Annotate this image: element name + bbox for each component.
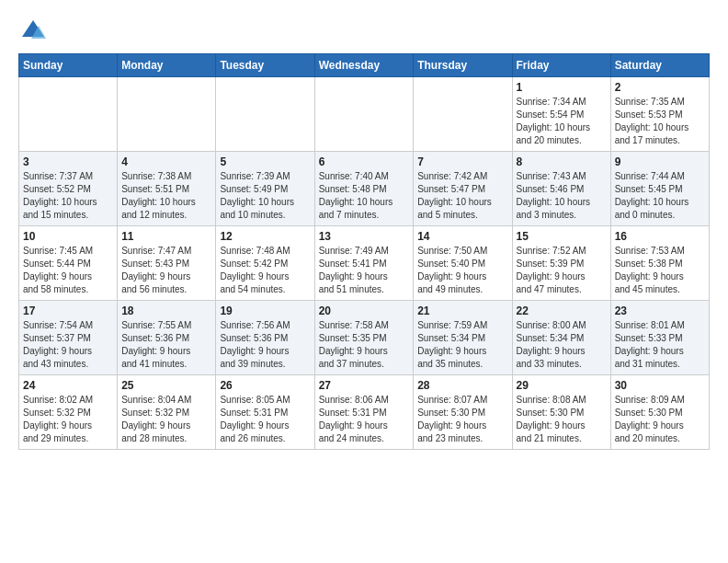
- day-of-week-monday: Monday: [118, 54, 216, 77]
- day-number: 9: [615, 155, 705, 168]
- calendar-cell: 3Sunrise: 7:37 AM Sunset: 5:52 PM Daylig…: [19, 152, 118, 226]
- calendar-cell: 17Sunrise: 7:54 AM Sunset: 5:37 PM Dayli…: [19, 301, 118, 375]
- day-number: 24: [23, 379, 113, 392]
- day-number: 6: [319, 155, 410, 168]
- day-info: Sunrise: 7:48 AM Sunset: 5:42 PM Dayligh…: [220, 245, 310, 296]
- day-number: 21: [417, 304, 507, 317]
- day-info: Sunrise: 7:59 AM Sunset: 5:34 PM Dayligh…: [417, 319, 507, 371]
- calendar-cell: 27Sunrise: 8:06 AM Sunset: 5:31 PM Dayli…: [314, 375, 414, 450]
- day-info: Sunrise: 8:06 AM Sunset: 5:31 PM Dayligh…: [319, 394, 410, 445]
- calendar-cell: 15Sunrise: 7:52 AM Sunset: 5:39 PM Dayli…: [512, 226, 610, 301]
- calendar-cell: [314, 77, 414, 152]
- header: [18, 18, 710, 44]
- page: SundayMondayTuesdayWednesdayThursdayFrid…: [0, 0, 728, 459]
- week-row-2: 3Sunrise: 7:37 AM Sunset: 5:52 PM Daylig…: [19, 152, 710, 226]
- day-info: Sunrise: 7:35 AM Sunset: 5:53 PM Dayligh…: [615, 96, 705, 147]
- day-number: 2: [615, 81, 705, 94]
- day-number: 26: [220, 379, 310, 392]
- calendar-cell: 24Sunrise: 8:02 AM Sunset: 5:32 PM Dayli…: [19, 375, 118, 450]
- day-number: 12: [220, 230, 310, 243]
- calendar-cell: 11Sunrise: 7:47 AM Sunset: 5:43 PM Dayli…: [118, 226, 216, 301]
- calendar-cell: 22Sunrise: 8:00 AM Sunset: 5:34 PM Dayli…: [512, 301, 610, 375]
- calendar-cell: 6Sunrise: 7:40 AM Sunset: 5:48 PM Daylig…: [314, 152, 414, 226]
- day-number: 19: [220, 304, 310, 317]
- day-info: Sunrise: 8:07 AM Sunset: 5:30 PM Dayligh…: [417, 394, 507, 445]
- calendar-cell: [118, 77, 216, 152]
- week-row-1: 1Sunrise: 7:34 AM Sunset: 5:54 PM Daylig…: [19, 77, 710, 152]
- calendar-cell: 21Sunrise: 7:59 AM Sunset: 5:34 PM Dayli…: [414, 301, 512, 375]
- day-info: Sunrise: 7:43 AM Sunset: 5:46 PM Dayligh…: [517, 170, 607, 222]
- day-of-week-wednesday: Wednesday: [314, 54, 414, 77]
- day-number: 20: [319, 304, 410, 317]
- logo-icon: [20, 18, 46, 44]
- day-number: 14: [417, 230, 507, 243]
- calendar-cell: 4Sunrise: 7:38 AM Sunset: 5:51 PM Daylig…: [118, 152, 216, 226]
- day-info: Sunrise: 7:50 AM Sunset: 5:40 PM Dayligh…: [417, 245, 507, 296]
- calendar-cell: 9Sunrise: 7:44 AM Sunset: 5:45 PM Daylig…: [610, 152, 709, 226]
- day-number: 11: [121, 230, 211, 243]
- day-info: Sunrise: 8:04 AM Sunset: 5:32 PM Dayligh…: [121, 394, 211, 445]
- calendar-cell: 2Sunrise: 7:35 AM Sunset: 5:53 PM Daylig…: [610, 77, 709, 152]
- calendar-cell: 20Sunrise: 7:58 AM Sunset: 5:35 PM Dayli…: [314, 301, 414, 375]
- day-info: Sunrise: 7:56 AM Sunset: 5:36 PM Dayligh…: [220, 319, 310, 371]
- day-number: 29: [517, 379, 607, 392]
- day-info: Sunrise: 7:39 AM Sunset: 5:49 PM Dayligh…: [220, 170, 310, 222]
- day-number: 28: [417, 379, 507, 392]
- day-number: 4: [121, 155, 211, 168]
- calendar-cell: 10Sunrise: 7:45 AM Sunset: 5:44 PM Dayli…: [19, 226, 118, 301]
- day-info: Sunrise: 7:55 AM Sunset: 5:36 PM Dayligh…: [121, 319, 211, 371]
- calendar-cell: [216, 77, 314, 152]
- calendar-cell: 23Sunrise: 8:01 AM Sunset: 5:33 PM Dayli…: [610, 301, 709, 375]
- day-info: Sunrise: 8:08 AM Sunset: 5:30 PM Dayligh…: [517, 394, 607, 445]
- day-info: Sunrise: 7:42 AM Sunset: 5:47 PM Dayligh…: [417, 170, 507, 222]
- logo: [18, 18, 46, 44]
- day-info: Sunrise: 7:44 AM Sunset: 5:45 PM Dayligh…: [615, 170, 705, 222]
- calendar-cell: 26Sunrise: 8:05 AM Sunset: 5:31 PM Dayli…: [216, 375, 314, 450]
- day-of-week-thursday: Thursday: [414, 54, 512, 77]
- week-row-4: 17Sunrise: 7:54 AM Sunset: 5:37 PM Dayli…: [19, 301, 710, 375]
- calendar-cell: 28Sunrise: 8:07 AM Sunset: 5:30 PM Dayli…: [414, 375, 512, 450]
- day-info: Sunrise: 7:45 AM Sunset: 5:44 PM Dayligh…: [23, 245, 113, 296]
- day-number: 17: [23, 304, 113, 317]
- day-info: Sunrise: 7:54 AM Sunset: 5:37 PM Dayligh…: [23, 319, 113, 371]
- calendar-body: 1Sunrise: 7:34 AM Sunset: 5:54 PM Daylig…: [19, 77, 710, 450]
- calendar-cell: 29Sunrise: 8:08 AM Sunset: 5:30 PM Dayli…: [512, 375, 610, 450]
- calendar-cell: 16Sunrise: 7:53 AM Sunset: 5:38 PM Dayli…: [610, 226, 709, 301]
- day-number: 1: [517, 81, 607, 94]
- calendar-cell: 8Sunrise: 7:43 AM Sunset: 5:46 PM Daylig…: [512, 152, 610, 226]
- day-number: 7: [417, 155, 507, 168]
- day-info: Sunrise: 8:05 AM Sunset: 5:31 PM Dayligh…: [220, 394, 310, 445]
- day-number: 18: [121, 304, 211, 317]
- calendar-header: SundayMondayTuesdayWednesdayThursdayFrid…: [19, 54, 710, 77]
- day-info: Sunrise: 8:00 AM Sunset: 5:34 PM Dayligh…: [517, 319, 607, 371]
- day-info: Sunrise: 8:09 AM Sunset: 5:30 PM Dayligh…: [615, 394, 705, 445]
- calendar-cell: 12Sunrise: 7:48 AM Sunset: 5:42 PM Dayli…: [216, 226, 314, 301]
- calendar-cell: 7Sunrise: 7:42 AM Sunset: 5:47 PM Daylig…: [414, 152, 512, 226]
- day-info: Sunrise: 7:37 AM Sunset: 5:52 PM Dayligh…: [23, 170, 113, 222]
- calendar-cell: [414, 77, 512, 152]
- day-info: Sunrise: 7:40 AM Sunset: 5:48 PM Dayligh…: [319, 170, 410, 222]
- day-number: 13: [319, 230, 410, 243]
- week-row-5: 24Sunrise: 8:02 AM Sunset: 5:32 PM Dayli…: [19, 375, 710, 450]
- day-number: 23: [615, 304, 705, 317]
- day-info: Sunrise: 7:34 AM Sunset: 5:54 PM Dayligh…: [517, 96, 607, 147]
- day-number: 22: [517, 304, 607, 317]
- day-number: 10: [23, 230, 113, 243]
- day-number: 27: [319, 379, 410, 392]
- day-of-week-saturday: Saturday: [610, 54, 709, 77]
- day-number: 30: [615, 379, 705, 392]
- calendar-cell: 1Sunrise: 7:34 AM Sunset: 5:54 PM Daylig…: [512, 77, 610, 152]
- day-info: Sunrise: 7:49 AM Sunset: 5:41 PM Dayligh…: [319, 245, 410, 296]
- calendar-cell: 5Sunrise: 7:39 AM Sunset: 5:49 PM Daylig…: [216, 152, 314, 226]
- day-number: 8: [517, 155, 607, 168]
- calendar-cell: 25Sunrise: 8:04 AM Sunset: 5:32 PM Dayli…: [118, 375, 216, 450]
- calendar-cell: 13Sunrise: 7:49 AM Sunset: 5:41 PM Dayli…: [314, 226, 414, 301]
- day-number: 16: [615, 230, 705, 243]
- day-of-week-sunday: Sunday: [19, 54, 118, 77]
- calendar-cell: 14Sunrise: 7:50 AM Sunset: 5:40 PM Dayli…: [414, 226, 512, 301]
- day-number: 15: [517, 230, 607, 243]
- calendar-table: SundayMondayTuesdayWednesdayThursdayFrid…: [18, 53, 710, 450]
- day-number: 3: [23, 155, 113, 168]
- day-info: Sunrise: 7:47 AM Sunset: 5:43 PM Dayligh…: [121, 245, 211, 296]
- day-info: Sunrise: 8:02 AM Sunset: 5:32 PM Dayligh…: [23, 394, 113, 445]
